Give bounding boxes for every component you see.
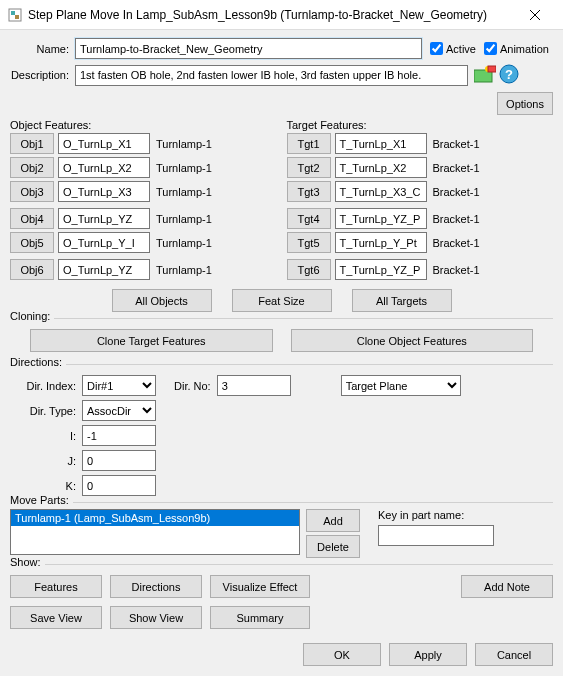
k-label: K: [10,480,82,492]
visualize-button[interactable]: Visualize Effect [210,575,310,598]
i-label: I: [10,430,82,442]
tgt6-field[interactable]: T_TurnLp_YZ_P [335,259,427,280]
app-icon [8,8,22,22]
add-note-button[interactable]: Add Note [461,575,553,598]
obj4-field[interactable]: O_TurnLp_YZ [58,208,150,229]
obj3-field[interactable]: O_TurnLp_X3 [58,181,150,202]
name-input[interactable] [75,38,422,59]
obj4-button[interactable]: Obj4 [10,208,54,229]
save-view-button[interactable]: Save View [10,606,102,629]
directions-button[interactable]: Directions [110,575,202,598]
tgt2-suffix: Bracket-1 [433,162,480,174]
tgt5-field[interactable]: T_TurnLp_Y_Pt [335,232,427,253]
tgt1-field[interactable]: T_TurnLp_X1 [335,133,427,154]
tgt4-suffix: Bracket-1 [433,213,480,225]
tgt3-button[interactable]: Tgt3 [287,181,331,202]
tgt1-button[interactable]: Tgt1 [287,133,331,154]
move-parts-item[interactable]: Turnlamp-1 (Lamp_SubAsm_Lesson9b) [11,510,299,526]
obj3-suffix: Turnlamp-1 [156,186,212,198]
summary-button[interactable]: Summary [210,606,310,629]
tgt4-field[interactable]: T_TurnLp_YZ_P [335,208,427,229]
show-label: Show: [10,556,45,568]
all-objects-button[interactable]: All Objects [112,289,212,312]
svg-rect-1 [11,11,15,15]
target-plane-select[interactable]: Target Plane [341,375,461,396]
tgt2-field[interactable]: T_TurnLp_X2 [335,157,427,178]
dir-index-label: Dir. Index: [10,380,82,392]
dir-no-label: Dir. No: [174,380,211,392]
obj5-button[interactable]: Obj5 [10,232,54,253]
obj5-field[interactable]: O_TurnLp_Y_I [58,232,150,253]
name-label: Name: [10,43,75,55]
svg-rect-7 [488,66,496,72]
dir-type-label: Dir. Type: [10,405,82,417]
active-checkbox[interactable]: Active [430,42,476,55]
description-input[interactable] [75,65,468,86]
k-input[interactable] [82,475,156,496]
all-targets-button[interactable]: All Targets [352,289,452,312]
obj3-button[interactable]: Obj3 [10,181,54,202]
tgt5-button[interactable]: Tgt5 [287,232,331,253]
obj6-field[interactable]: O_TurnLp_YZ [58,259,150,280]
close-button[interactable] [515,1,555,29]
obj1-field[interactable]: O_TurnLp_X1 [58,133,150,154]
tgt3-field[interactable]: T_TurnLp_X3_C [335,181,427,202]
j-input[interactable] [82,450,156,471]
image-icon[interactable] [474,64,496,86]
obj2-button[interactable]: Obj2 [10,157,54,178]
features-button[interactable]: Features [10,575,102,598]
obj1-suffix: Turnlamp-1 [156,138,212,150]
directions-label: Directions: [10,356,66,368]
clone-target-button[interactable]: Clone Target Features [30,329,273,352]
obj4-suffix: Turnlamp-1 [156,213,212,225]
keyin-input[interactable] [378,525,494,546]
tgt1-suffix: Bracket-1 [433,138,480,150]
feat-size-button[interactable]: Feat Size [232,289,332,312]
cloning-label: Cloning: [10,310,54,322]
j-label: J: [10,455,82,467]
options-button[interactable]: Options [497,92,553,115]
svg-text:?: ? [505,67,513,82]
svg-rect-2 [15,15,19,19]
obj6-button[interactable]: Obj6 [10,259,54,280]
obj6-suffix: Turnlamp-1 [156,264,212,276]
clone-object-button[interactable]: Clone Object Features [291,329,534,352]
tgt3-suffix: Bracket-1 [433,186,480,198]
dir-no-field: 3 [217,375,291,396]
tgt4-button[interactable]: Tgt4 [287,208,331,229]
add-button[interactable]: Add [306,509,360,532]
ok-button[interactable]: OK [303,643,381,666]
keyin-label: Key in part name: [378,509,494,521]
help-icon[interactable]: ? [499,64,519,86]
dir-type-select[interactable]: AssocDir [82,400,156,421]
description-label: Description: [10,69,75,81]
animation-checkbox[interactable]: Animation [484,42,549,55]
move-parts-label: Move Parts: [10,494,73,506]
show-view-button[interactable]: Show View [110,606,202,629]
apply-button[interactable]: Apply [389,643,467,666]
move-parts-list[interactable]: Turnlamp-1 (Lamp_SubAsm_Lesson9b) [10,509,300,555]
obj2-field[interactable]: O_TurnLp_X2 [58,157,150,178]
titlebar-text: Step Plane Move In Lamp_SubAsm_Lesson9b … [28,8,515,22]
tgt6-button[interactable]: Tgt6 [287,259,331,280]
titlebar: Step Plane Move In Lamp_SubAsm_Lesson9b … [0,0,563,30]
obj1-button[interactable]: Obj1 [10,133,54,154]
target-features-label: Target Features: [287,119,554,131]
obj2-suffix: Turnlamp-1 [156,162,212,174]
obj5-suffix: Turnlamp-1 [156,237,212,249]
cancel-button[interactable]: Cancel [475,643,553,666]
delete-button[interactable]: Delete [306,535,360,558]
tgt2-button[interactable]: Tgt2 [287,157,331,178]
tgt5-suffix: Bracket-1 [433,237,480,249]
tgt6-suffix: Bracket-1 [433,264,480,276]
object-features-label: Object Features: [10,119,277,131]
i-input[interactable] [82,425,156,446]
dir-index-select[interactable]: Dir#1 [82,375,156,396]
